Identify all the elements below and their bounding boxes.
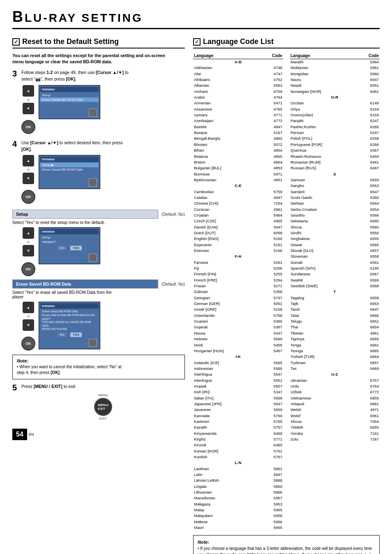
list-item: Slovak [SLO]6557 xyxy=(290,248,380,254)
list-item: Lithuanian5866 xyxy=(193,489,283,495)
ok-btn-1[interactable]: OK xyxy=(21,120,35,134)
list-item: Croatian5464 xyxy=(193,212,283,218)
list-item: Korean [KOR]5761 xyxy=(193,448,283,454)
screen-item-erase-2: Erase Saved BD-ROM Data xyxy=(40,167,99,172)
up-btn-1[interactable]: ▲ xyxy=(23,85,34,97)
list-item: Tonga6661 xyxy=(290,342,380,348)
list-item: German [GER]5051 xyxy=(193,301,283,307)
list-item: Bhutani5072 xyxy=(193,142,283,148)
list-item: Breton4864 xyxy=(193,159,283,165)
list-item: Kannada5760 xyxy=(193,413,283,419)
list-item: Afrikaans4752 xyxy=(193,77,283,83)
list-item: Hungarian [HUN]5467 xyxy=(193,348,283,354)
right-note-text: • If you choose a language that has a 3-… xyxy=(198,545,375,554)
list-item: Marathi5964 xyxy=(290,59,380,65)
or-label-4: or xyxy=(27,314,30,318)
list-item: Japanese [JPN]5647 xyxy=(193,401,283,407)
list-item: Assamese4765 xyxy=(193,106,283,112)
lang-header-1: Language xyxy=(193,53,258,59)
list-item: Abkhazian4748 xyxy=(193,65,283,71)
down-btn-2[interactable]: ▼ xyxy=(23,173,34,184)
menu-exit-area: MENU MENU/EXIT EXIT xyxy=(21,393,185,420)
list-item: Bihari4854 xyxy=(193,148,283,153)
reset-description: You can reset all the settings except fo… xyxy=(12,53,185,65)
list-item: Occitan6149 xyxy=(290,100,380,106)
list-item: Somali6561 xyxy=(290,260,380,265)
note-text: • When you want to cancel the initializa… xyxy=(17,364,180,376)
list-item: Tamil6647 xyxy=(290,307,380,312)
up-btn-4[interactable]: ▲ xyxy=(23,302,34,313)
step-3-text: Follow steps 1-2 on page 49, then use [C… xyxy=(21,69,185,83)
lang-table-1: Language Code A-B Abkhazian4748 Afar4747… xyxy=(193,53,283,531)
menu-exit-button[interactable]: MENU/EXIT xyxy=(94,398,112,416)
up-btn-3[interactable]: ▲ xyxy=(23,227,34,239)
down-btn-3[interactable]: ▼ xyxy=(23,245,34,256)
list-item: Esperanto5161 xyxy=(193,242,283,248)
list-item: Kurdish5767 xyxy=(193,454,283,460)
ok-btn-2[interactable]: OK xyxy=(21,190,35,204)
screen-yes-btn[interactable]: YES xyxy=(70,246,82,250)
list-item: Yoruba7161 xyxy=(290,431,380,436)
screen-erase-yes[interactable]: YES xyxy=(70,332,82,337)
list-item: Panjabi6247 xyxy=(290,118,380,124)
list-item: Lingala5860 xyxy=(193,484,283,489)
list-item: Bashkir4847 xyxy=(193,124,283,130)
screen-erase-no[interactable]: NO xyxy=(57,332,67,337)
step-4: 4 Use [Cursor ▲/▼] to select desired ite… xyxy=(12,140,185,204)
list-item: Inupiak5557 xyxy=(193,383,283,389)
erase-desc: Select "Yes" to erase all saved BD-ROM D… xyxy=(12,290,185,299)
ok-btn-4[interactable]: OK xyxy=(21,337,35,351)
list-item: Basque5167 xyxy=(193,130,283,136)
list-item: Javanese5669 xyxy=(193,407,283,413)
screen-init-q: Initialize? xyxy=(40,240,99,244)
screen-no-btn[interactable]: NO xyxy=(57,246,67,250)
page-header: BLU-RAY SETTING xyxy=(12,8,380,29)
up-btn-2[interactable]: ▲ xyxy=(23,155,34,166)
list-item: Kinyarwanda6469 xyxy=(193,431,283,436)
list-item: Swahili6569 xyxy=(290,277,380,283)
step-4-text: Use [Cursor ▲/▼] to select desired item,… xyxy=(21,140,185,153)
list-item: Samoan6559 xyxy=(290,177,380,183)
screen-erase-title: Erase Saved BD-ROM Data xyxy=(40,309,99,313)
note-title: Note: xyxy=(17,358,180,363)
list-item: Siswat6565 xyxy=(290,242,380,248)
right-note-box: Note: • If you choose a language that ha… xyxy=(193,535,380,554)
page-title: BLU-RAY SETTING xyxy=(12,12,143,24)
ok-btn-3[interactable]: OK xyxy=(21,262,35,276)
list-item: Icelandic [ICE]5565 xyxy=(193,360,283,366)
code-header-2: Code xyxy=(356,53,380,59)
step-4-number: 4 xyxy=(12,140,17,148)
remote-up-down-4: ▲ or ▼ OK xyxy=(21,302,35,351)
list-item: Cambodian5759 xyxy=(193,189,283,195)
lang-col-2: Language Code Marathi5964 Moldavian5961 … xyxy=(290,53,380,531)
setup-desc: Select "Yes" to reset the setup menu to … xyxy=(12,220,185,225)
code-header-1: Code xyxy=(258,53,283,59)
step-5-text: Press [MENU / EXIT] to exit. xyxy=(21,383,185,390)
lang-col-1: Language Code A-B Abkhazian4748 Afar4747… xyxy=(193,53,283,531)
page-number: 54 xyxy=(12,429,27,440)
list-item: Bulgarian [BUL]4853 xyxy=(193,165,283,171)
list-item: Frisian5271 xyxy=(193,283,283,289)
down-btn-1[interactable]: ▼ xyxy=(23,103,34,114)
step-5-number: 5 xyxy=(12,383,17,392)
note-box: Note: • When you want to cancel the init… xyxy=(12,355,185,379)
screen-mock-4: Initialize Erase Saved BD-ROM Data Do yo… xyxy=(39,302,100,349)
list-item: Rhaeto-Romance6459 xyxy=(290,154,380,159)
list-item: Kashmiri5765 xyxy=(193,419,283,425)
list-item: Indonesian5560 xyxy=(193,366,283,372)
section-ce: C-E xyxy=(193,183,283,189)
list-item: Afar4747 xyxy=(193,71,283,77)
page-number-area: 54 EN xyxy=(12,429,185,440)
list-item: Azerbaijani4772 xyxy=(193,118,283,124)
or-label-2: or xyxy=(27,168,30,171)
list-item: Gujarati5367 xyxy=(193,324,283,330)
down-btn-4[interactable]: ▼ xyxy=(23,319,34,331)
setup-screen-area: ▲ or ▼ OK Initialize Setup Initialize? N… xyxy=(21,227,185,276)
list-item: Ukrainian6757 xyxy=(290,378,380,383)
erase-box: Erase Saved BD-ROM Data xyxy=(12,279,158,289)
section-t: T xyxy=(290,289,380,295)
list-item: Welsh4971 xyxy=(290,407,380,413)
screen-setup-label: Setup xyxy=(40,235,99,240)
list-item: Romanian [RUM]6461 xyxy=(290,159,380,165)
list-item: Sundanese6567 xyxy=(290,271,380,277)
